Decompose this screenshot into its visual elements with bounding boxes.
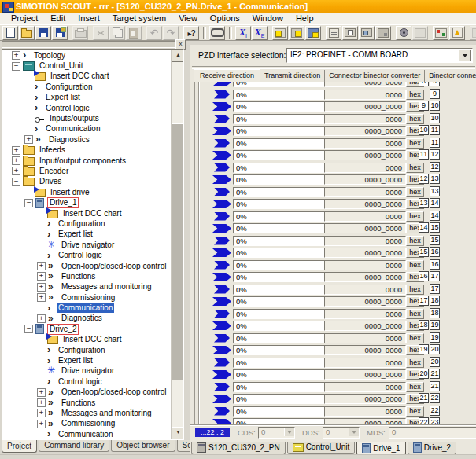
- dds-dropdown-icon[interactable]: [349, 428, 359, 436]
- interconnect-button[interactable]: [209, 26, 225, 40]
- value-percent-field[interactable]: 0%: [233, 150, 325, 160]
- copy-ram-to-rom-button[interactable]: [375, 26, 391, 40]
- tree-item-messages-and-monitoring[interactable]: +Messages and monitoring: [2, 408, 172, 418]
- menu-window[interactable]: Window: [246, 13, 290, 24]
- value-hex-field[interactable]: 0000: [324, 163, 406, 173]
- expand-toggle-icon[interactable]: −: [24, 199, 33, 207]
- value-percent-field[interactable]: 0%: [233, 382, 325, 392]
- load-to-pg-button[interactable]: [359, 26, 375, 40]
- signal-input-button[interactable]: [235, 26, 251, 40]
- expand-toggle-icon[interactable]: +: [37, 314, 46, 323]
- tree-item-diagnostics[interactable]: +Diagnostics: [2, 134, 172, 145]
- menu-view[interactable]: View: [172, 13, 204, 24]
- save-button[interactable]: [35, 26, 51, 40]
- value-hex-field[interactable]: 0000: [324, 260, 406, 270]
- tree-item-control-unit[interactable]: −Control_Unit: [2, 61, 172, 71]
- dds-select[interactable]: 0: [323, 427, 360, 439]
- value-hex-field[interactable]: 0000_0000: [324, 82, 406, 87]
- tree-item-open-loop-closed-loop-control[interactable]: +Open-loop/closed-loop control: [2, 261, 172, 271]
- measuring-function-button[interactable]: [305, 26, 321, 40]
- value-percent-field[interactable]: 0%: [233, 394, 325, 404]
- value-percent-field[interactable]: 0%: [233, 174, 325, 185]
- expand-toggle-icon[interactable]: +: [37, 293, 46, 302]
- tree-item-inputs-outputs[interactable]: Inputs/outputs: [2, 113, 172, 123]
- cds-dropdown-icon[interactable]: [284, 428, 294, 436]
- tree-item-control-logic[interactable]: Control logic: [2, 376, 172, 387]
- value-hex-field[interactable]: 0000_0000: [324, 345, 406, 355]
- value-percent-field[interactable]: 0%: [233, 260, 325, 270]
- tree-item-configuration[interactable]: Configuration: [2, 345, 172, 355]
- value-percent-field[interactable]: 0%: [233, 199, 325, 209]
- download-button[interactable]: [449, 26, 465, 40]
- expand-toggle-icon[interactable]: +: [37, 398, 46, 407]
- value-percent-field[interactable]: 0%: [233, 358, 325, 368]
- tree-item-insert-dcc-chart[interactable]: Insert DCC chart: [2, 335, 172, 345]
- value-percent-field[interactable]: 0%: [233, 296, 325, 307]
- save-and-compile-button[interactable]: [52, 26, 68, 40]
- expand-toggle-icon[interactable]: +: [37, 262, 46, 270]
- value-hex-field[interactable]: 0000_0000: [324, 101, 406, 112]
- tree-item-topology[interactable]: +Topology: [2, 50, 172, 61]
- tree-item-control-logic[interactable]: Control logic: [2, 103, 172, 113]
- menu-insert[interactable]: Insert: [72, 13, 106, 24]
- scrollbar-thumb[interactable]: [172, 123, 184, 380]
- value-percent-field[interactable]: 0%: [233, 90, 325, 100]
- value-hex-field[interactable]: 0000_0000: [324, 321, 406, 331]
- tree-item-insert-drive[interactable]: Insert drive: [2, 187, 172, 197]
- value-hex-field[interactable]: 0000: [324, 382, 406, 392]
- value-hex-field[interactable]: 0000: [324, 114, 406, 124]
- value-hex-field[interactable]: 0000: [324, 138, 406, 149]
- menu-help[interactable]: Help: [290, 13, 320, 24]
- value-percent-field[interactable]: 0%: [233, 272, 325, 282]
- value-hex-field[interactable]: 0000: [324, 236, 406, 246]
- tree-item-input-output-components[interactable]: +Input/output components: [2, 156, 172, 166]
- tree-item-communication[interactable]: Communication: [2, 303, 172, 313]
- value-percent-field[interactable]: 0%: [233, 187, 325, 197]
- tree-item-configuration[interactable]: Configuration: [2, 218, 172, 229]
- window-tab-s120-cu320-2-pn[interactable]: S120_CU320_2_PN: [191, 442, 286, 455]
- expand-toggle-icon[interactable]: −: [12, 178, 20, 186]
- dropdown-arrow-icon[interactable]: [458, 50, 471, 61]
- expand-toggle-icon[interactable]: +: [12, 51, 20, 60]
- value-percent-field[interactable]: 0%: [233, 126, 325, 136]
- tree-item-communication[interactable]: Communication: [2, 429, 172, 439]
- tree-item-expert-list[interactable]: Expert list: [2, 355, 172, 365]
- tree-item-drive-navigator[interactable]: Drive navigator: [2, 366, 172, 376]
- tree-scrollbar[interactable]: ▲ ▼: [171, 50, 183, 439]
- tree-item-drive-1[interactable]: −Drive_1: [2, 197, 172, 207]
- value-hex-field[interactable]: 0000: [324, 406, 406, 417]
- tree-item-commissioning[interactable]: +Commissioning: [2, 419, 172, 429]
- tree-item-infeeds[interactable]: +Infeeds: [2, 145, 172, 156]
- scroll-down-icon[interactable]: ▼: [172, 427, 184, 439]
- tree-item-messages-and-monitoring[interactable]: +Messages and monitoring: [2, 282, 172, 292]
- tab-binector-connector-converter[interactable]: Binector connector converter: [425, 70, 476, 82]
- tab-command-library[interactable]: Command library: [39, 440, 109, 452]
- menu-project[interactable]: Project: [5, 13, 44, 24]
- value-percent-field[interactable]: 0%: [233, 406, 325, 417]
- tree-item-insert-dcc-chart[interactable]: Insert DCC chart: [2, 72, 172, 82]
- expert-list-button[interactable]: [326, 26, 341, 40]
- value-percent-field[interactable]: 0%: [233, 82, 325, 87]
- value-hex-field[interactable]: 0000_0000: [324, 394, 406, 404]
- expand-toggle-icon[interactable]: +: [24, 135, 33, 144]
- pzd-interface-select[interactable]: IF2: PROFINET - COMM BOARD: [286, 48, 473, 63]
- value-hex-field[interactable]: 0000_0000: [324, 272, 406, 282]
- tab-connector-binector-converter[interactable]: Connector binector converter: [325, 70, 425, 82]
- tree-item-communication[interactable]: Communication: [2, 124, 172, 134]
- menu-edit[interactable]: Edit: [44, 13, 72, 24]
- tree-item-drives[interactable]: −Drives: [2, 177, 172, 187]
- expand-toggle-icon[interactable]: +: [12, 167, 20, 175]
- connect-target-button[interactable]: [396, 26, 411, 40]
- expand-toggle-icon[interactable]: −: [12, 62, 20, 71]
- value-hex-field[interactable]: 0000_0000: [324, 248, 406, 258]
- expand-toggle-icon[interactable]: −: [24, 325, 33, 333]
- expand-toggle-icon[interactable]: +: [37, 272, 46, 281]
- expand-toggle-icon[interactable]: +: [37, 388, 46, 397]
- value-percent-field[interactable]: 0%: [233, 236, 325, 246]
- value-percent-field[interactable]: 0%: [233, 321, 325, 331]
- trace-button[interactable]: [272, 26, 288, 40]
- tree-item-expert-list[interactable]: Expert list: [2, 230, 172, 240]
- new-button[interactable]: [2, 26, 18, 40]
- value-hex-field[interactable]: 0000_0000: [324, 369, 406, 380]
- menu-target-system[interactable]: Target system: [106, 13, 172, 24]
